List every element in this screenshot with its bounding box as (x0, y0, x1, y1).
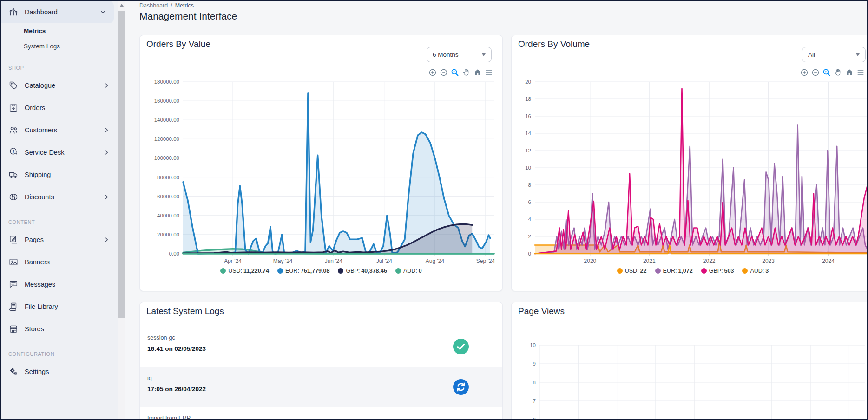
pan-icon[interactable] (834, 68, 842, 77)
card-orders-by-volume: Orders By Volume All 2018161412108642020… (511, 35, 867, 291)
selection-zoom-icon[interactable] (451, 68, 459, 77)
log-timestamp: 17:05 on 26/04/2022 (147, 386, 495, 393)
legend-item-gbp[interactable]: GBP:503 (701, 268, 734, 274)
svg-text:7: 7 (533, 398, 536, 404)
svg-text:9: 9 (533, 361, 536, 367)
svg-text:160000.00: 160000.00 (154, 98, 179, 104)
scroll-up-arrow-icon[interactable] (118, 1, 125, 9)
home-icon[interactable] (473, 68, 482, 77)
range-select[interactable]: All (802, 47, 866, 62)
card-orders-by-value: Orders By Value 6 Months 180000.00160000… (139, 35, 503, 291)
card-title: Orders By Volume (518, 39, 590, 49)
sidebar-item-pages[interactable]: Pages (1, 229, 118, 251)
log-row[interactable]: session-gc 16:41 on 02/05/2023 (140, 327, 502, 367)
sidebar-section-shop: SHOP (1, 54, 118, 74)
log-row[interactable]: Import from ERP (140, 407, 502, 419)
svg-text:14: 14 (525, 131, 531, 136)
svg-text:6: 6 (533, 417, 536, 419)
menu-icon[interactable] (485, 68, 493, 77)
app-window: Dashboard Metrics System Logs SHOP Catal… (0, 0, 868, 420)
svg-text:2: 2 (528, 234, 531, 239)
svg-text:2020: 2020 (584, 258, 597, 264)
svg-text:8: 8 (533, 380, 536, 385)
log-name: Import from ERP (147, 415, 495, 419)
log-name: iq (147, 375, 495, 381)
legend-dot (277, 268, 283, 274)
legend-item-eur[interactable]: EUR:761,779.08 (277, 268, 329, 274)
sidebar-item-messages[interactable]: Messages (1, 273, 118, 295)
sidebar-item-catalogue[interactable]: Catalogue (1, 74, 118, 97)
chevron-right-icon (103, 194, 110, 201)
card-page-views: Page Views 109876 (511, 302, 867, 419)
svg-text:180000.00: 180000.00 (154, 79, 179, 85)
chart-legend: USD:22 EUR:1,072 GBP:503 AUD:3 (512, 268, 867, 274)
sidebar-item-banners[interactable]: Banners (1, 251, 118, 273)
sidebar-item-file-library[interactable]: File Library (1, 295, 118, 318)
legend-item-aud[interactable]: AUD:3 (742, 268, 769, 274)
selection-zoom-icon[interactable] (822, 68, 831, 77)
page-views-chart[interactable]: 109876 (516, 340, 867, 419)
legend-item-gbp[interactable]: GBP:40,378.46 (338, 268, 387, 274)
sidebar-item-orders[interactable]: Orders (1, 97, 118, 119)
legend-dot (742, 268, 748, 274)
svg-text:?: ? (12, 150, 14, 154)
log-row[interactable]: iq 17:05 on 26/04/2022 (140, 367, 502, 407)
svg-text:4: 4 (528, 217, 532, 222)
sidebar-section-configuration: CONFIGURATION (1, 340, 118, 361)
breadcrumb-dashboard[interactable]: Dashboard (139, 2, 168, 9)
sidebar-item-service-desk[interactable]: ? Service Desk (1, 141, 118, 164)
pan-icon[interactable] (462, 68, 471, 77)
zoom-in-icon[interactable] (428, 68, 437, 77)
card-title: Orders By Value (146, 39, 210, 49)
gears-icon (8, 367, 19, 377)
sidebar-item-metrics[interactable]: Metrics (1, 23, 118, 39)
sidebar-section-content: CONTENT (1, 208, 118, 229)
range-select[interactable]: 6 Months (427, 47, 492, 62)
zoom-out-icon[interactable] (440, 68, 448, 77)
svg-text:2021: 2021 (643, 258, 656, 264)
sidebar: Dashboard Metrics System Logs SHOP Catal… (1, 1, 118, 419)
chevron-down-icon (482, 53, 486, 58)
svg-text:60000.00: 60000.00 (157, 194, 179, 199)
svg-text:Jun '24: Jun '24 (325, 258, 343, 264)
chart-legend: USD:11,220.74 EUR:761,779.08 GBP:40,378.… (140, 268, 502, 274)
success-status-icon (453, 419, 469, 420)
orders-by-value-chart[interactable]: 180000.00160000.00140000.00120000.001000… (145, 78, 498, 266)
vertical-scrollbar[interactable] (118, 1, 125, 419)
sidebar-item-customers[interactable]: Customers (1, 119, 118, 141)
svg-text:May '24: May '24 (273, 258, 293, 264)
svg-text:Sep '24: Sep '24 (476, 258, 495, 264)
legend-item-usd[interactable]: USD:11,220.74 (220, 268, 269, 274)
truck-icon (8, 170, 19, 180)
menu-icon[interactable] (856, 68, 865, 77)
svg-text:10: 10 (530, 342, 536, 348)
home-icon[interactable] (845, 68, 854, 77)
scrollbar-thumb[interactable] (118, 11, 125, 318)
file-library-icon (8, 302, 19, 312)
chevron-right-icon (103, 236, 110, 243)
page-title: Management Interface (139, 11, 237, 22)
svg-text:6: 6 (528, 199, 531, 205)
sidebar-item-discounts[interactable]: Discounts (1, 186, 118, 208)
chart-toolbar (800, 68, 865, 77)
main-content: Dashboard/Metrics Management Interface O… (125, 1, 867, 419)
legend-item-usd[interactable]: USD:22 (617, 268, 647, 274)
svg-text:100000.00: 100000.00 (154, 155, 179, 161)
legend-item-aud[interactable]: AUD:0 (395, 268, 422, 274)
breadcrumb-separator: / (171, 2, 172, 9)
zoom-in-icon[interactable] (800, 68, 809, 77)
svg-text:Aug '24: Aug '24 (426, 258, 445, 264)
sidebar-item-system-logs[interactable]: System Logs (1, 39, 118, 54)
svg-text:8: 8 (528, 182, 531, 188)
pages-icon (8, 235, 19, 245)
sidebar-item-shipping[interactable]: Shipping (1, 164, 118, 186)
legend-dot (655, 268, 661, 274)
sidebar-item-stores[interactable]: Stores (1, 318, 118, 340)
sidebar-item-dashboard[interactable]: Dashboard (1, 1, 114, 23)
sidebar-item-settings[interactable]: Settings (1, 361, 118, 383)
log-name: session-gc (147, 335, 495, 341)
orders-by-volume-chart[interactable]: 2018161412108642020202021202220232024 (516, 78, 867, 266)
legend-item-eur[interactable]: EUR:1,072 (655, 268, 693, 274)
chart-toolbar (428, 68, 493, 77)
zoom-out-icon[interactable] (811, 68, 820, 77)
